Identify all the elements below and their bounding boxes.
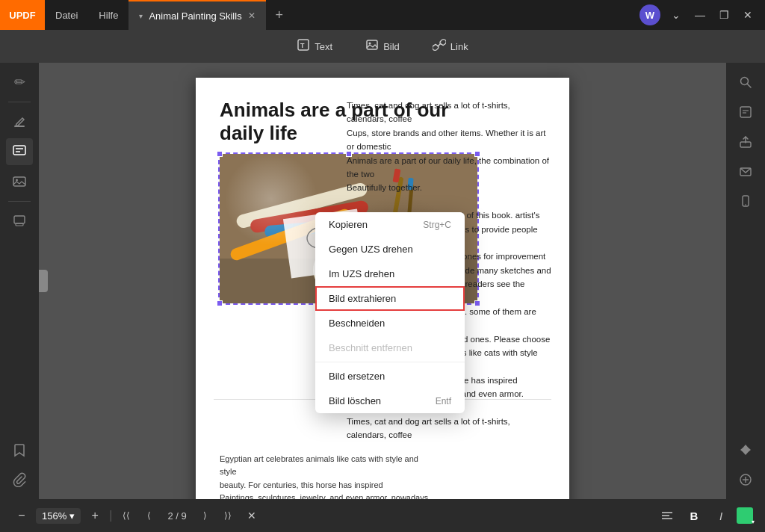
pdf-area[interactable]: Animals are a part of our daily life [39,63,726,499]
text-tool-icon: T [297,38,310,55]
svg-rect-31 [740,107,751,117]
svg-rect-9 [14,216,25,223]
image-tool-button[interactable]: Bild [358,35,407,58]
ctx-divider [315,362,465,362]
svg-line-30 [747,84,751,87]
close-button[interactable]: ✕ [737,4,759,26]
sidebar-right-ai[interactable] [732,436,759,463]
sidebar-right-share[interactable] [732,466,759,493]
zoom-dropdown-icon: ▾ [69,510,75,522]
zoom-controls: − 156% ▾ + | ⟨⟨ ⟨ 2 / 9 ⟩ ⟩⟩ ✕ [12,506,261,525]
svg-point-8 [16,179,18,182]
sidebar-right-mail[interactable] [732,158,759,185]
ctx-rotate-ccw-label: Gegen UZS drehen [329,244,413,255]
ctx-delete[interactable]: Bild löschen Entf [315,389,465,413]
sidebar-divider-1 [8,102,31,102]
context-menu: Kopieren Strg+C Gegen UZS drehen Im UZS … [315,212,465,413]
fold-indicator[interactable] [39,270,48,292]
ctx-extract[interactable]: Bild extrahieren [315,286,465,311]
zoom-out-button[interactable]: − [12,506,31,525]
app-logo: UPDF [0,0,45,30]
link-tool-label: Link [450,41,468,52]
maximize-button[interactable]: ❐ [713,4,735,26]
link-tool-icon [433,38,446,55]
link-tool-button[interactable]: Link [425,35,476,58]
tab-arrow-icon: ▾ [139,12,143,20]
ctx-copy[interactable]: Kopieren Strg+C [315,212,465,237]
ctx-replace[interactable]: Bild ersetzen [315,364,465,389]
dropdown-icon[interactable]: ⌄ [665,4,687,26]
ctx-delete-shortcut: Entf [436,396,451,406]
ctx-copy-shortcut: Strg+C [423,220,451,230]
svg-rect-7 [13,177,25,186]
main-area: ✏ Animals are a part of our daily l [0,63,765,499]
sidebar-icon-layers[interactable] [6,208,33,235]
format-controls: B I [656,504,753,527]
zoom-percentage: 156% [42,510,66,522]
sidebar-icon-edit[interactable]: ✏ [6,69,33,96]
page-indicator: 2 / 9 [161,510,192,522]
ctx-rotate-cw-label: Im UZS drehen [329,268,394,279]
ctx-copy-label: Kopieren [329,219,368,230]
sidebar-icon-image-edit[interactable] [6,168,33,195]
sidebar-icon-attachment[interactable] [6,466,33,493]
svg-point-38 [745,204,746,205]
sidebar-divider-2 [8,201,31,202]
tab-title: Animal Painting Skills [149,10,241,22]
page-current: 2 [167,510,173,522]
nav-close-button[interactable]: ✕ [242,506,261,525]
nav-prev-button[interactable]: ⟨ [139,506,158,525]
pdf-page: Animals are a part of our daily life [196,78,569,499]
minimize-button[interactable]: — [689,4,711,26]
tab-add-button[interactable]: + [266,0,293,30]
format-align-button[interactable] [656,504,678,527]
left-sidebar: ✏ [0,63,39,499]
zoom-separator: | [109,509,112,522]
sidebar-right-device[interactable] [732,188,759,215]
format-italic-button[interactable]: I [710,504,732,527]
text-tool-button[interactable]: T Text [289,35,340,58]
bottom-left-text: Egyptian art celebrates animals like cat… [220,453,429,499]
ctx-delete-label: Bild löschen [329,395,381,406]
sidebar-right-export[interactable] [732,129,759,155]
avatar: W [639,4,660,25]
nav-first-button[interactable]: ⟨⟨ [117,506,136,525]
main-toolbar: T Text Bild Link [0,30,765,63]
page-total: 9 [182,510,187,522]
sidebar-icon-highlight[interactable] [6,108,33,135]
ctx-rotate-ccw[interactable]: Gegen UZS drehen [315,237,465,262]
menu-hilfe[interactable]: Hilfe [88,0,128,30]
ctx-rotate-cw[interactable]: Im UZS drehen [315,262,465,286]
nav-controls: ⟨⟨ ⟨ 2 / 9 ⟩ ⟩⟩ [117,506,237,525]
tab-menu-area: Datei Hilfe ▾ Animal Painting Skills ✕ + [45,0,342,30]
sidebar-icon-bookmark[interactable] [6,436,33,463]
tab-close-icon[interactable]: ✕ [248,10,255,21]
ctx-replace-label: Bild ersetzen [329,371,385,382]
zoom-in-button[interactable]: + [85,506,105,525]
menu-datei[interactable]: Datei [45,0,88,30]
sidebar-right-ocr[interactable] [732,99,759,126]
window-controls: ⌄ — ❐ ✕ [665,4,765,26]
svg-point-3 [369,43,371,45]
right-sidebar [726,63,765,499]
zoom-value-display[interactable]: 156% ▾ [36,508,81,524]
svg-rect-10 [16,223,23,226]
active-tab[interactable]: ▾ Animal Painting Skills ✕ [128,0,265,30]
ctx-remove-crop-label: Beschnitt entfernen [329,342,412,353]
image-tool-label: Bild [383,41,400,52]
ctx-crop-label: Beschneiden [329,318,385,329]
sidebar-right-search[interactable] [732,69,759,96]
bottom-bar: − 156% ▾ + | ⟨⟨ ⟨ 2 / 9 ⟩ ⟩⟩ ✕ B I [0,499,765,532]
svg-text:T: T [300,42,305,49]
ctx-remove-crop: Beschnitt entfernen [315,335,465,360]
ctx-crop[interactable]: Beschneiden [315,311,465,335]
sidebar-icon-comment[interactable] [6,138,33,165]
format-bold-button[interactable]: B [683,504,705,527]
title-bar: UPDF Datei Hilfe ▾ Animal Painting Skill… [0,0,765,30]
color-swatch-button[interactable] [737,507,753,524]
nav-last-button[interactable]: ⟩⟩ [218,506,238,525]
image-tool-icon [365,38,379,55]
svg-rect-2 [367,40,377,49]
nav-next-button[interactable]: ⟩ [196,506,215,525]
text-tool-label: Text [315,41,332,52]
